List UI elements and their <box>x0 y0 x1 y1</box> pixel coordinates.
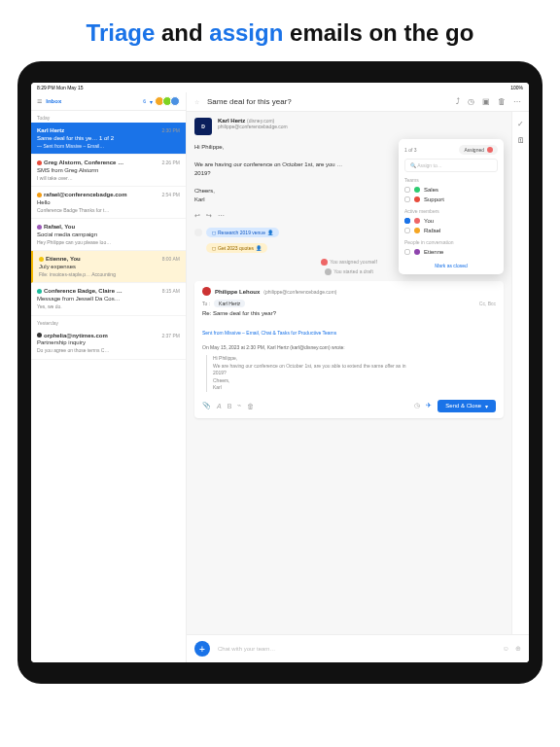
section-yesterday: Yesterday <box>31 316 186 328</box>
email-item-3[interactable]: Rafael, You Social media campaign Hey Ph… <box>31 219 186 251</box>
email-item-6[interactable]: orphelia@nytimes.com2:37 PM Partnership … <box>31 328 186 360</box>
people-label: People in conversation <box>404 239 498 245</box>
chat-bar: + Chat with your team… ☺ ⊕ <box>187 634 529 662</box>
teams-label: Teams <box>404 177 498 183</box>
attach-icon[interactable]: 📎 <box>202 402 211 409</box>
sidebar: ≡ Inbox 6 ▾ Today Karl Hertz2:30 PM Same… <box>31 92 187 662</box>
email-item-0[interactable]: Karl Hertz2:30 PM Same deal for this ye…… <box>31 123 186 155</box>
chat-input[interactable]: Chat with your team… <box>218 646 495 652</box>
inbox-count: 6 <box>143 98 146 104</box>
assigned-pill[interactable]: Assigned <box>459 145 498 155</box>
hero-word-assign: assign <box>209 19 283 46</box>
right-rail: ✓ 🗓 <box>511 112 529 634</box>
snooze-icon[interactable]: ◷ <box>468 97 474 106</box>
assign-search[interactable]: 🔍 Assign to… <box>404 159 498 172</box>
hero-heading: Triage and assign emails on the go <box>0 0 560 61</box>
compose-body[interactable]: Sent from Missive – Email, Chat & Tasks … <box>202 322 496 392</box>
check-icon[interactable]: ✓ <box>517 120 524 128</box>
upload-icon[interactable]: ⤴ <box>456 97 460 106</box>
member-you[interactable]: You <box>404 216 498 226</box>
send-later-icon[interactable]: ✈ <box>426 402 432 409</box>
bold-icon[interactable]: B <box>228 403 232 409</box>
app-screen: 8:29 PM Mon May 15 100% ≡ Inbox 6 ▾ Toda… <box>31 83 529 662</box>
mark-closed-link[interactable]: Mark as closed <box>404 263 498 268</box>
cc-bcc-toggle[interactable]: Cc, Bcc <box>479 301 496 306</box>
status-battery: 100% <box>510 85 523 90</box>
email-item-2[interactable]: rafael@conferencebadge.com2:54 PM Hello … <box>31 187 186 219</box>
popover-counter: 1 of 3 <box>404 147 417 153</box>
to-recipient[interactable]: Karl Hertz <box>214 300 245 307</box>
link-icon[interactable]: ⌁ <box>237 402 241 409</box>
status-time: 8:29 PM Mon May 15 <box>37 85 84 90</box>
add-icon[interactable]: ⊕ <box>515 645 521 653</box>
reply-icon[interactable]: ↩ <box>194 212 200 220</box>
conversation-subject: Same deal for this year? <box>207 97 448 106</box>
presence-avatars <box>157 96 180 106</box>
compose-subject[interactable]: Re: Same deal for this year? <box>202 310 496 316</box>
section-today: Today <box>31 111 186 123</box>
compose-fab[interactable]: + <box>194 641 210 657</box>
recipient-email: philippe@conferencebadge.com <box>218 124 288 129</box>
member-rafael[interactable]: Rafael <box>404 226 498 235</box>
main-pane: ☆ Same deal for this year? ⤴ ◷ ▣ 🗑 ⋯ D <box>187 92 529 662</box>
calendar-icon[interactable]: 🗓 <box>517 136 525 145</box>
email-item-4[interactable]: Etienne, You8:00 AM July expenses File: … <box>31 251 186 283</box>
sender-logo: D <box>194 118 212 135</box>
send-close-button[interactable]: Send & Close ▾ <box>438 400 496 412</box>
star-icon[interactable]: ☆ <box>194 98 199 105</box>
delete-draft-icon[interactable]: 🗑 <box>247 403 254 409</box>
emoji-icon[interactable]: ☺ <box>503 645 509 653</box>
menu-icon[interactable]: ≡ <box>37 96 42 106</box>
trash-icon[interactable]: 🗑 <box>498 97 506 106</box>
task-chip-research[interactable]: ◻ Research 2019 venue 👤 <box>206 228 279 237</box>
more-actions-icon[interactable]: ⋯ <box>218 212 225 220</box>
hero-word-triage: Triage <box>87 19 156 46</box>
to-label: To : <box>202 301 210 306</box>
person-etienne[interactable]: Etienne <box>404 247 498 257</box>
conversation-content: D Karl Hertz (disney.com) philippe@confe… <box>187 112 511 634</box>
inbox-title[interactable]: Inbox <box>46 98 139 104</box>
assign-popover: 1 of 3 Assigned 🔍 Assign to… Teams Sales… <box>399 139 504 274</box>
toolbar: ☆ Same deal for this year? ⤴ ◷ ▣ 🗑 ⋯ <box>187 92 529 112</box>
compose-draft: Philippe Lehoux (philippe@conferencebadg… <box>194 281 504 418</box>
task-chip-quotes[interactable]: ◻ Get 2023 quotes 👤 <box>206 243 267 253</box>
forward-icon[interactable]: ↪ <box>206 212 212 220</box>
archive-icon[interactable]: ▣ <box>482 97 490 106</box>
email-item-1[interactable]: Greg Alstorm, Conference …2:26 PM SMS fr… <box>31 155 186 187</box>
status-bar: 8:29 PM Mon May 15 100% <box>31 83 529 92</box>
email-item-5[interactable]: Conference Badge, Claire …8:15 AM Messag… <box>31 283 186 315</box>
team-sales[interactable]: Sales <box>404 185 498 195</box>
active-members-label: Active members <box>404 208 498 214</box>
chevron-down-icon[interactable]: ▾ <box>150 98 153 105</box>
tablet-frame: 8:29 PM Mon May 15 100% ≡ Inbox 6 ▾ Toda… <box>18 61 542 684</box>
team-support[interactable]: Support <box>404 195 498 204</box>
more-icon[interactable]: ⋯ <box>513 97 521 106</box>
author-name: Philippe Lehoux <box>215 289 260 295</box>
schedule-icon[interactable]: ◷ <box>414 402 420 409</box>
author-avatar <box>202 287 211 296</box>
format-icon[interactable]: A <box>217 403 222 409</box>
